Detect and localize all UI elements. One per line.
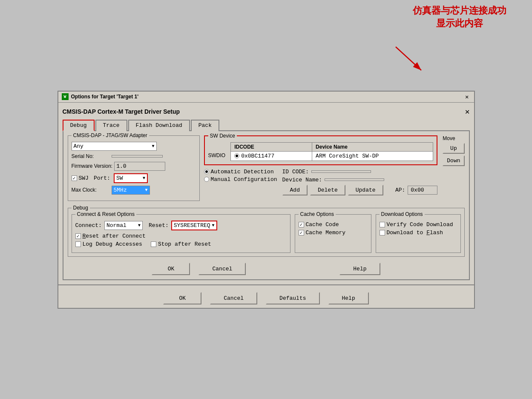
tab-trace[interactable]: Trace [95,120,127,131]
sw-device-table: IDCODE Device Name [230,142,433,161]
swj-port-row: SWJ Port: SW ▼ [72,173,196,183]
swj-label: SWJ [79,175,89,181]
outer-cancel-button[interactable]: Cancel [210,292,257,304]
connect-dropdown[interactable]: Normal ▼ [104,221,143,230]
right-panel: SW Device SWDIO IDCO [204,135,465,204]
download-to-flash-checkbox[interactable] [380,230,385,235]
app-icon: W [62,93,69,100]
title-text: Options for Target 'Target 1' [71,94,139,100]
reset-dropdown-arrow: ▼ [212,223,215,228]
debug-inner: Connect & Reset Options Connect: Normal … [72,214,461,253]
up-button[interactable]: Up [443,143,464,154]
verify-code-label: Verify Code Download [387,221,453,228]
stop-after-reset-label: Stop after Reset [158,241,211,247]
download-options-box: Download Options Verify Code Download Do… [376,214,461,253]
debug-section: Debug Connect & Reset Options Connect: N… [68,208,465,257]
tab-flash-download[interactable]: Flash Download [128,120,190,131]
reset-after-connect-label: Reset after Connect [83,233,146,239]
tabs-row: Debug Trace Flash Download Pack [63,120,470,131]
max-clock-row: Max Clock: 5MHz ▼ [72,186,196,195]
svg-line-1 [396,47,421,70]
serial-no-row: Serial No: [72,153,196,159]
idcode-header: IDCODE [231,142,312,151]
serial-no-input[interactable] [112,155,163,158]
device-name-cell: ARM CoreSight SW-DP [312,151,433,161]
outer-close-button[interactable]: ✕ [463,93,470,100]
idcode-cell: 0x0BC11477 [231,151,312,161]
cache-memory-label: Cache Memory [306,230,346,236]
clock-dropdown[interactable]: 5MHz ▼ [112,186,150,195]
verify-code-row: Verify Code Download [380,221,457,228]
download-options-title: Download Options [380,211,425,217]
adapter-dropdown-row: Any ▼ [72,142,196,151]
verify-code-checkbox[interactable] [380,222,385,227]
log-debug-row: Log Debug Accesses [75,241,142,247]
stop-after-reset-checkbox[interactable] [151,241,156,247]
outer-help-button[interactable]: Help [328,292,369,304]
move-buttons-col: Move Up Down [443,135,464,195]
adapter-dropdown-arrow: ▼ [152,144,154,149]
move-label: Move [443,135,464,141]
port-dropdown[interactable]: SW ▼ [114,173,148,183]
id-code-label: ID CODE: [282,169,309,175]
dialog-help-button[interactable]: Help [339,263,380,275]
max-clock-label: Max Clock: [72,187,110,193]
main-dialog: CMSIS-DAP Cortex-M Target Driver Setup ✕… [58,102,475,285]
reset-dropdown[interactable]: SYSRESETREQ ▼ [171,221,217,230]
sw-device-box: SW Device SWDIO IDCO [204,135,438,165]
cache-memory-checkbox[interactable] [299,230,304,235]
update-button[interactable]: Update [348,185,383,195]
device-btn-row: Add Delete Update [282,185,388,195]
jtag-sw-adapter-group: CMSIS-DAP - JTAG/SW Adapter Any ▼ [68,135,200,201]
title-bar: W Options for Target 'Target 1' ✕ [58,91,475,102]
reset-after-connect-checkbox[interactable] [75,233,81,239]
table-row[interactable]: 0x0BC11477 ARM CoreSight SW-DP [231,151,433,161]
cache-memory-row: Cache Memory [299,230,368,236]
annotation-text: 仿真器与芯片连接成功 显示此内容 [413,4,506,30]
cache-code-checkbox[interactable] [299,222,304,227]
serial-no-label: Serial No: [72,153,110,159]
tab-inner: CMSIS-DAP - JTAG/SW Adapter Any ▼ [68,135,465,204]
delete-button[interactable]: Delete [310,185,345,195]
tab-content: CMSIS-DAP - JTAG/SW Adapter Any ▼ [63,130,470,280]
dialog-close-button[interactable]: ✕ [465,107,470,116]
tab-debug[interactable]: Debug [63,120,95,131]
tab-pack[interactable]: Pack [191,120,219,131]
auto-detection-row: Automatic Detection [204,169,277,175]
manual-config-radio[interactable] [204,177,209,182]
group-content: Any ▼ Serial No: Firmware [72,142,196,195]
connect-label: Connect: [75,222,102,229]
dialog-cancel-button[interactable]: Cancel [198,263,246,275]
add-button[interactable]: Add [282,185,308,195]
jtag-sw-adapter-title: CMSIS-DAP - JTAG/SW Adapter [72,132,149,138]
row-radio[interactable] [234,153,239,158]
dialog-header: CMSIS-DAP Cortex-M Target Driver Setup ✕ [63,107,470,116]
log-debug-checkbox[interactable] [75,241,81,247]
firmware-input[interactable]: 1.0 [114,162,165,171]
down-button[interactable]: Down [443,155,464,166]
connect-dropdown-arrow: ▼ [138,223,141,228]
connect-row: Connect: Normal ▼ Reset: SYSRESETREQ ▼ [75,221,287,230]
dialog-footer: OK Cancel Help [68,263,465,275]
connect-reset-title: Connect & Reset Options [75,211,136,217]
download-to-flash-label: Download to Flash [387,230,443,236]
id-code-row: ID CODE: [282,169,438,175]
device-name-field-label: Device Name: [282,177,322,183]
ap-label: AP: [395,187,405,193]
sw-device-title: SW Device [208,133,237,139]
ap-input[interactable]: 0x00 [408,186,437,195]
auto-detection-radio[interactable] [204,169,209,174]
adapter-dropdown[interactable]: Any ▼ [72,142,157,151]
cache-code-row: Cache Code [299,221,368,228]
stop-after-reset-row: Stop after Reset [151,241,211,247]
clock-dropdown-arrow: ▼ [145,188,147,192]
device-name-input[interactable] [325,178,384,181]
swj-checkbox[interactable] [72,175,77,181]
outer-ok-button[interactable]: OK [163,292,201,304]
dialog-ok-button[interactable]: OK [152,263,190,275]
port-label: Port: [94,175,110,181]
cache-options-title: Cache Options [299,211,336,217]
outer-defaults-button[interactable]: Defaults [266,292,319,304]
id-code-input[interactable] [311,170,371,173]
auto-detection-label: Automatic Detection [211,169,274,175]
